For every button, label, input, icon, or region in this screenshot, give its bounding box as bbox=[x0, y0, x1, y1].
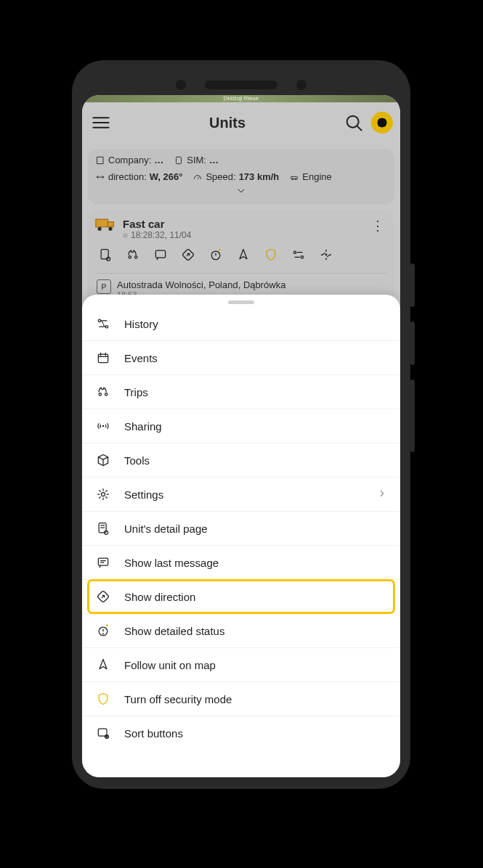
box-icon bbox=[95, 452, 111, 468]
follow-icon[interactable] bbox=[236, 247, 251, 264]
trips-icon bbox=[95, 384, 111, 400]
search-button[interactable] bbox=[342, 111, 365, 134]
svg-rect-1 bbox=[97, 157, 103, 163]
unit-name: Fast car bbox=[123, 218, 361, 230]
svg-point-23 bbox=[99, 393, 101, 396]
info-card: Company: … SIM: … direction: W, 266° Spe… bbox=[88, 149, 394, 205]
menu-item-detail-page[interactable]: Unit's detail page bbox=[82, 512, 400, 546]
sim-value: … bbox=[209, 155, 219, 165]
shield-icon[interactable] bbox=[264, 247, 278, 264]
company-label: Company: bbox=[108, 155, 151, 165]
trips-icon[interactable] bbox=[126, 247, 140, 264]
svg-point-26 bbox=[102, 493, 105, 496]
calendar-icon bbox=[95, 350, 111, 366]
svg-point-5 bbox=[296, 179, 297, 180]
svg-point-9 bbox=[108, 227, 112, 231]
direction-value: W, 266° bbox=[150, 171, 183, 182]
svg-rect-3 bbox=[291, 176, 298, 179]
menu-item-trips[interactable]: Trips bbox=[82, 375, 400, 409]
page-gear-icon bbox=[95, 520, 111, 536]
gear-icon bbox=[95, 486, 111, 502]
expand-button[interactable] bbox=[95, 185, 387, 199]
svg-rect-2 bbox=[176, 157, 182, 163]
status-icon[interactable] bbox=[208, 247, 223, 264]
sort-icon[interactable] bbox=[291, 247, 306, 264]
unit-address: Autostrada Wolności, Poland, Dąbrówka bbox=[117, 279, 285, 290]
speed-value: 173 km/h bbox=[239, 171, 280, 182]
phone-side-button bbox=[410, 263, 415, 307]
menu-item-settings[interactable]: Settings bbox=[82, 478, 400, 512]
chevron-right-icon bbox=[377, 488, 387, 501]
phone-side-button bbox=[410, 380, 415, 452]
menu-label: Sort buttons bbox=[124, 727, 387, 740]
hamburger-menu-button[interactable] bbox=[89, 111, 113, 134]
menu-label: Sharing bbox=[124, 420, 387, 433]
bottom-sheet: History Events Trips Sharing Tools Setti bbox=[82, 295, 400, 777]
speedometer-icon bbox=[192, 172, 203, 182]
unit-icon-row bbox=[95, 240, 387, 269]
screen: Didžioji Riese Units Company: bbox=[82, 95, 400, 777]
building-icon bbox=[95, 155, 105, 165]
company-value: … bbox=[154, 155, 163, 165]
svg-rect-14 bbox=[155, 250, 165, 258]
phone-frame: Didžioji Riese Units Company: bbox=[72, 60, 410, 789]
menu-item-detailed-status[interactable]: Show detailed status bbox=[82, 613, 400, 648]
phone-speaker bbox=[205, 81, 277, 89]
history-icon bbox=[95, 316, 111, 332]
message-icon[interactable] bbox=[153, 247, 168, 264]
menu-item-sort[interactable]: Sort buttons bbox=[82, 716, 400, 750]
svg-point-8 bbox=[98, 227, 102, 231]
message-icon bbox=[95, 554, 111, 570]
sheet-handle[interactable] bbox=[228, 300, 254, 304]
broadcast-icon bbox=[95, 418, 111, 434]
truck-icon bbox=[95, 218, 115, 232]
svg-rect-6 bbox=[96, 219, 108, 227]
menu-item-events[interactable]: Events bbox=[82, 341, 400, 375]
menu-label: Show detailed status bbox=[124, 625, 387, 637]
status-star-icon bbox=[95, 623, 111, 639]
svg-point-12 bbox=[129, 256, 131, 258]
svg-rect-7 bbox=[108, 222, 114, 227]
hamburger-icon bbox=[89, 111, 113, 134]
map-peek: Didžioji Riese bbox=[82, 95, 400, 102]
svg-rect-22 bbox=[98, 354, 107, 363]
sort-gear-icon bbox=[95, 725, 111, 741]
sim-icon bbox=[174, 155, 184, 165]
menu-label: History bbox=[124, 318, 387, 330]
unit-more-button[interactable]: ⋮ bbox=[368, 218, 387, 234]
direction-label: direction: bbox=[108, 171, 147, 182]
svg-point-17 bbox=[293, 251, 296, 253]
detail-page-icon[interactable] bbox=[98, 247, 113, 264]
navigation-arrow-icon bbox=[95, 657, 111, 673]
svg-point-32 bbox=[103, 634, 104, 634]
menu-item-history[interactable]: History bbox=[82, 307, 400, 341]
avatar[interactable] bbox=[371, 112, 393, 134]
menu-label: Follow unit on map bbox=[124, 659, 387, 671]
svg-point-0 bbox=[347, 116, 359, 128]
car-icon bbox=[289, 172, 299, 182]
svg-rect-29 bbox=[98, 558, 107, 565]
menu-item-follow[interactable]: Follow unit on map bbox=[82, 648, 400, 682]
unit-card[interactable]: Fast car 18:28:32, 11/04 ⋮ bbox=[88, 210, 394, 306]
menu-label: Settings bbox=[124, 488, 364, 501]
menu-label: Turn off security mode bbox=[124, 693, 387, 705]
menu-item-show-direction[interactable]: Show direction bbox=[88, 580, 394, 613]
chevron-down-icon bbox=[235, 185, 247, 197]
speed-label: Speed: bbox=[206, 171, 235, 182]
direction-sign-icon bbox=[95, 589, 111, 605]
svg-point-25 bbox=[102, 425, 105, 427]
menu-label: Trips bbox=[124, 386, 387, 398]
svg-point-24 bbox=[105, 393, 107, 396]
menu-label: Tools bbox=[124, 454, 387, 467]
svg-point-18 bbox=[301, 256, 303, 258]
phone-side-button bbox=[410, 322, 415, 365]
menu-label: Events bbox=[124, 352, 387, 364]
menu-item-sharing[interactable]: Sharing bbox=[82, 409, 400, 443]
menu-item-tools[interactable]: Tools bbox=[82, 443, 400, 478]
direction-icon[interactable] bbox=[181, 247, 195, 264]
unit-timestamp: 18:28:32, 11/04 bbox=[123, 230, 361, 240]
menu-label: Show last message bbox=[124, 557, 387, 569]
sharing-icon[interactable] bbox=[319, 247, 333, 264]
menu-item-last-message[interactable]: Show last message bbox=[82, 546, 400, 580]
menu-item-security[interactable]: Turn off security mode bbox=[82, 682, 400, 716]
